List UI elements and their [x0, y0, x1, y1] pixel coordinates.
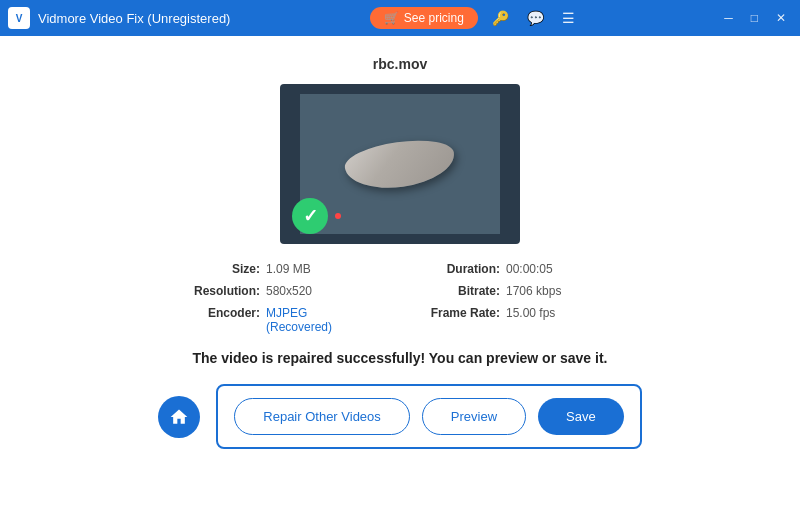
- pricing-button[interactable]: 🛒 See pricing: [370, 7, 478, 29]
- action-buttons-container: Repair Other Videos Preview Save: [216, 384, 641, 449]
- repair-label: Repair Other Videos: [263, 409, 381, 424]
- size-label: Size:: [190, 262, 260, 276]
- video-frame: [300, 94, 500, 234]
- duration-label: Duration:: [430, 262, 500, 276]
- main-content: rbc.mov ✓ Size: 1.09 MB Duration: 00:00:…: [0, 36, 800, 519]
- chat-icon[interactable]: 💬: [523, 8, 548, 28]
- minimize-button[interactable]: ─: [718, 9, 739, 27]
- app-logo: V: [8, 7, 30, 29]
- repair-other-videos-button[interactable]: Repair Other Videos: [234, 398, 410, 435]
- encoder-value: MJPEG (Recovered): [266, 306, 370, 334]
- encoder-row: Encoder: MJPEG (Recovered): [190, 306, 370, 334]
- close-button[interactable]: ✕: [770, 9, 792, 27]
- checkmark-icon: ✓: [303, 205, 318, 227]
- framerate-row: Frame Rate: 15.00 fps: [430, 306, 610, 334]
- bottom-action-area: Repair Other Videos Preview Save: [20, 384, 780, 449]
- size-row: Size: 1.09 MB: [190, 262, 370, 276]
- pricing-label: See pricing: [404, 11, 464, 25]
- success-badge: ✓: [292, 198, 328, 234]
- preview-button[interactable]: Preview: [422, 398, 526, 435]
- save-button[interactable]: Save: [538, 398, 624, 435]
- bitrate-label: Bitrate:: [430, 284, 500, 298]
- save-label: Save: [566, 409, 596, 424]
- title-bar: V Vidmore Video Fix (Unregistered) 🛒 See…: [0, 0, 800, 36]
- title-bar-center: 🛒 See pricing 🔑 💬 ☰: [370, 7, 579, 29]
- duration-value: 00:00:05: [506, 262, 553, 276]
- window-controls: ─ □ ✕: [718, 9, 792, 27]
- menu-icon[interactable]: ☰: [558, 8, 579, 28]
- success-message: The video is repaired successfully! You …: [193, 350, 608, 366]
- home-button[interactable]: [158, 396, 200, 438]
- home-icon: [169, 407, 189, 427]
- cart-icon: 🛒: [384, 11, 399, 25]
- logo-text: V: [16, 13, 23, 24]
- duration-row: Duration: 00:00:05: [430, 262, 610, 276]
- preview-label: Preview: [451, 409, 497, 424]
- video-filename: rbc.mov: [373, 56, 427, 72]
- title-bar-left: V Vidmore Video Fix (Unregistered): [8, 7, 230, 29]
- video-thumbnail: ✓: [280, 84, 520, 244]
- encoder-label: Encoder:: [190, 306, 260, 320]
- framerate-label: Frame Rate:: [430, 306, 500, 320]
- app-title: Vidmore Video Fix (Unregistered): [38, 11, 230, 26]
- bitrate-value: 1706 kbps: [506, 284, 561, 298]
- resolution-row: Resolution: 580x520: [190, 284, 370, 298]
- bitrate-row: Bitrate: 1706 kbps: [430, 284, 610, 298]
- maximize-button[interactable]: □: [745, 9, 764, 27]
- size-value: 1.09 MB: [266, 262, 311, 276]
- key-icon[interactable]: 🔑: [488, 8, 513, 28]
- resolution-value: 580x520: [266, 284, 312, 298]
- red-marker: [335, 213, 341, 219]
- video-info-grid: Size: 1.09 MB Duration: 00:00:05 Resolut…: [190, 262, 610, 334]
- video-object: [342, 134, 457, 194]
- framerate-value: 15.00 fps: [506, 306, 555, 320]
- resolution-label: Resolution:: [190, 284, 260, 298]
